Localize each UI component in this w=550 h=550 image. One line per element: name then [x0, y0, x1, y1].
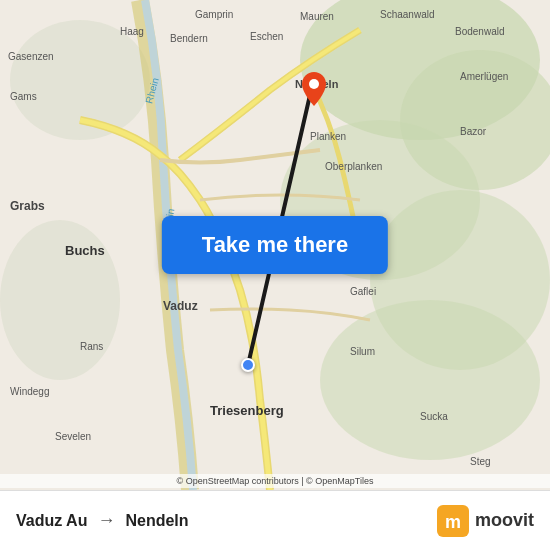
svg-text:Gams: Gams	[10, 91, 37, 102]
moovit-logo: m moovit	[437, 505, 534, 537]
take-me-there-button[interactable]: Take me there	[162, 216, 388, 274]
svg-text:Eschen: Eschen	[250, 31, 283, 42]
moovit-icon: m	[437, 505, 469, 537]
route-arrow: →	[97, 510, 115, 531]
svg-text:Planken: Planken	[310, 131, 346, 142]
svg-text:Vaduz: Vaduz	[163, 299, 198, 313]
svg-text:Gaflei: Gaflei	[350, 286, 376, 297]
route-from: Vaduz Au	[16, 512, 87, 530]
svg-point-5	[320, 300, 540, 460]
button-overlay: Take me there	[162, 216, 388, 274]
svg-text:Gasenzen: Gasenzen	[8, 51, 54, 62]
destination-pin	[302, 72, 326, 110]
svg-text:Buchs: Buchs	[65, 243, 105, 258]
svg-text:Grabs: Grabs	[10, 199, 45, 213]
map-attribution: © OpenStreetMap contributors | © OpenMap…	[0, 474, 550, 488]
svg-text:Silum: Silum	[350, 346, 375, 357]
svg-text:Windegg: Windegg	[10, 386, 49, 397]
svg-text:Sevelen: Sevelen	[55, 431, 91, 442]
map-container: Gamprin Mauren Schaanwald Bodenwald Haag…	[0, 0, 550, 490]
origin-dot	[241, 358, 255, 372]
route-to: Nendeln	[125, 512, 188, 530]
svg-point-38	[309, 79, 319, 89]
svg-text:Triesenberg: Triesenberg	[210, 403, 284, 418]
svg-text:Bodenwald: Bodenwald	[455, 26, 504, 37]
svg-text:m: m	[445, 512, 461, 532]
svg-text:Gamprin: Gamprin	[195, 9, 233, 20]
svg-text:Oberplanken: Oberplanken	[325, 161, 382, 172]
moovit-text: moovit	[475, 510, 534, 531]
svg-text:Steg: Steg	[470, 456, 491, 467]
svg-text:Bendern: Bendern	[170, 33, 208, 44]
svg-text:Amerlügen: Amerlügen	[460, 71, 508, 82]
svg-text:Schaanwald: Schaanwald	[380, 9, 434, 20]
svg-text:Rans: Rans	[80, 341, 103, 352]
svg-text:Bazor: Bazor	[460, 126, 487, 137]
svg-text:Sucka: Sucka	[420, 411, 448, 422]
svg-text:Mauren: Mauren	[300, 11, 334, 22]
svg-text:Haag: Haag	[120, 26, 144, 37]
bottom-bar: Vaduz Au → Nendeln m moovit	[0, 490, 550, 550]
